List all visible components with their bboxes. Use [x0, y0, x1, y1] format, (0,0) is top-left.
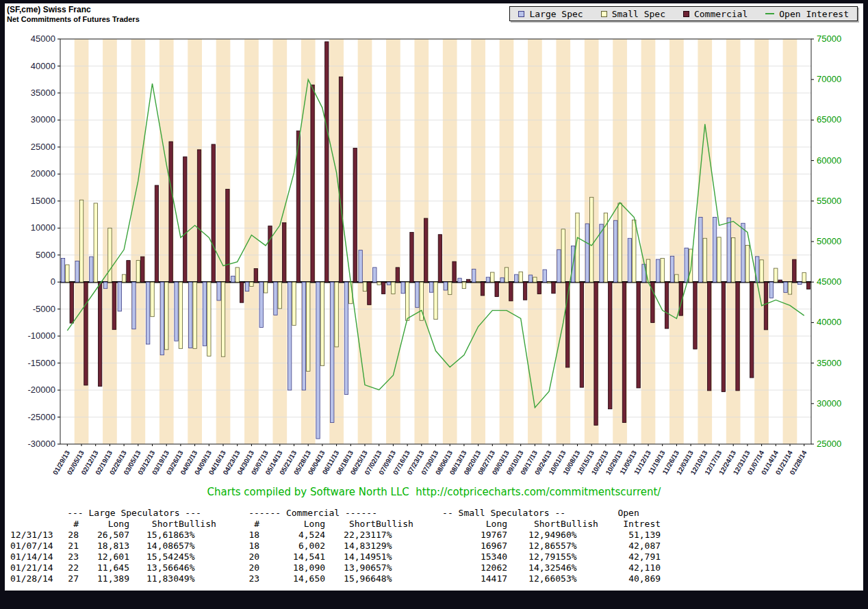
bar-commercial [169, 142, 173, 282]
row-date: 01/14/14 [10, 551, 54, 562]
table-cell: 42,110 [596, 562, 661, 573]
plot-stripe [669, 39, 684, 444]
plot-stripe [386, 39, 400, 444]
table-row: 01/21/142211,64513,56646%2018,09013,9065… [10, 562, 661, 573]
table-cell: 12,601 [79, 551, 129, 562]
table-cell: 60% [561, 529, 596, 540]
bar-commercial [750, 282, 754, 378]
table-cell: 12,865 [507, 540, 561, 551]
row-date: 01/28/14 [10, 573, 54, 584]
table-row: 12/31/132826,50715,61863%184,52422,23117… [10, 529, 661, 540]
y-axis-label-right: 65000 [817, 114, 841, 125]
table-cell: 49% [179, 573, 214, 584]
table-cell: 14,831 [325, 540, 376, 551]
table-cell: 28 [54, 529, 79, 540]
bar-large-spec [132, 282, 136, 329]
bar-large-spec [274, 282, 277, 315]
bar-large-spec [585, 224, 589, 282]
bar-commercial [155, 185, 158, 282]
table-cell: 51,139 [596, 529, 661, 540]
table-cell: 15,966 [325, 573, 376, 584]
bar-large-spec [769, 282, 773, 298]
y-axis-label-left: -15000 [28, 358, 55, 368]
bar-large-spec [288, 282, 291, 390]
cot-chart: -30000-25000-20000-15000-10000-500005000… [5, 3, 863, 484]
bar-large-spec [359, 250, 362, 283]
bar-small-spec [193, 282, 196, 348]
table-cell: 26,507 [79, 529, 129, 540]
y-axis-label-left: 15000 [31, 196, 55, 206]
bar-commercial [127, 261, 130, 283]
bar-small-spec [108, 228, 112, 282]
y-axis-label-right: 35000 [817, 358, 841, 368]
bar-small-spec [179, 282, 182, 348]
open-interest-swatch-icon [765, 13, 774, 14]
bar-commercial [339, 77, 342, 282]
y-axis-label-right: 40000 [817, 317, 841, 327]
bar-large-spec [259, 282, 263, 327]
bar-commercial [98, 282, 101, 386]
bar-large-spec [103, 282, 107, 288]
plot-stripe [528, 39, 542, 444]
bar-small-spec [165, 282, 168, 350]
bar-large-spec [189, 282, 192, 348]
y-axis-label-left: 45000 [31, 34, 55, 44]
legend-item-open-interest: Open Interest [765, 9, 849, 19]
table-cell: 13,906 [325, 562, 376, 573]
y-axis-label-right: 25000 [817, 439, 841, 449]
bar-small-spec [363, 282, 366, 291]
bar-commercial [240, 282, 243, 302]
table-column-header: Short [507, 518, 561, 529]
bar-commercial [424, 218, 427, 282]
bar-large-spec [557, 250, 561, 282]
y-axis-label-left: 30000 [31, 114, 55, 125]
bar-large-spec [331, 282, 334, 422]
table-cell: 20 [214, 551, 259, 562]
plot-stripe [471, 39, 485, 444]
table-cell: 11,830 [129, 573, 179, 584]
bar-small-spec [392, 282, 395, 294]
y-axis-label-left: 25000 [31, 142, 55, 152]
table-cell: 12,660 [507, 573, 561, 584]
y-axis-label-right: 45000 [817, 276, 841, 287]
legend-label: Small Spec [612, 9, 665, 19]
bar-large-spec [175, 282, 178, 341]
bar-small-spec [745, 245, 749, 282]
bar-large-spec [118, 282, 121, 311]
y-axis-label-left: -10000 [28, 331, 55, 341]
table-cell: 19767 [411, 529, 507, 540]
bar-large-spec [302, 282, 305, 390]
bar-commercial [467, 279, 470, 282]
table-row: 01/07/142118,81314,08657%186,00214,83129… [10, 540, 661, 551]
bar-small-spec [618, 203, 622, 282]
table-column-header: # [54, 518, 79, 529]
bar-commercial [438, 235, 442, 282]
plot-stripe [443, 39, 457, 444]
table-column-header: Long [411, 518, 507, 529]
table-cell: 57% [376, 562, 411, 573]
bar-small-spec [646, 259, 650, 282]
bar-small-spec [547, 282, 550, 283]
y-axis-label-right: 55000 [817, 196, 841, 206]
table-cell: 57% [561, 540, 596, 551]
bar-small-spec [633, 220, 636, 282]
bar-commercial [580, 282, 583, 387]
bar-large-spec [472, 269, 476, 282]
y-axis-label-left: -5000 [33, 304, 55, 314]
bar-large-spec [429, 282, 433, 292]
bar-small-spec [250, 282, 253, 286]
chart-subtitle: Net Commitments of Futures Traders [7, 14, 140, 24]
y-axis-label-left: -25000 [28, 412, 55, 422]
table-column-header-row: #LongShortBullish#LongShortBullishLongSh… [10, 518, 661, 529]
bar-commercial [212, 144, 215, 282]
bar-commercial [637, 282, 640, 388]
table-cell: 40,869 [596, 573, 661, 584]
bar-small-spec [320, 282, 324, 365]
table-cell: 63% [179, 529, 214, 540]
cot-table: --- Large Speculators --------- Commerci… [10, 507, 661, 584]
bar-small-spec [561, 229, 565, 282]
screenshot-root: { "header": { "title": "(SF,cme) Swiss F… [0, 0, 868, 609]
bar-small-spec [505, 268, 508, 282]
bar-small-spec [335, 282, 338, 347]
table-row: 01/28/142711,38911,83049%2314,65015,9664… [10, 573, 661, 584]
